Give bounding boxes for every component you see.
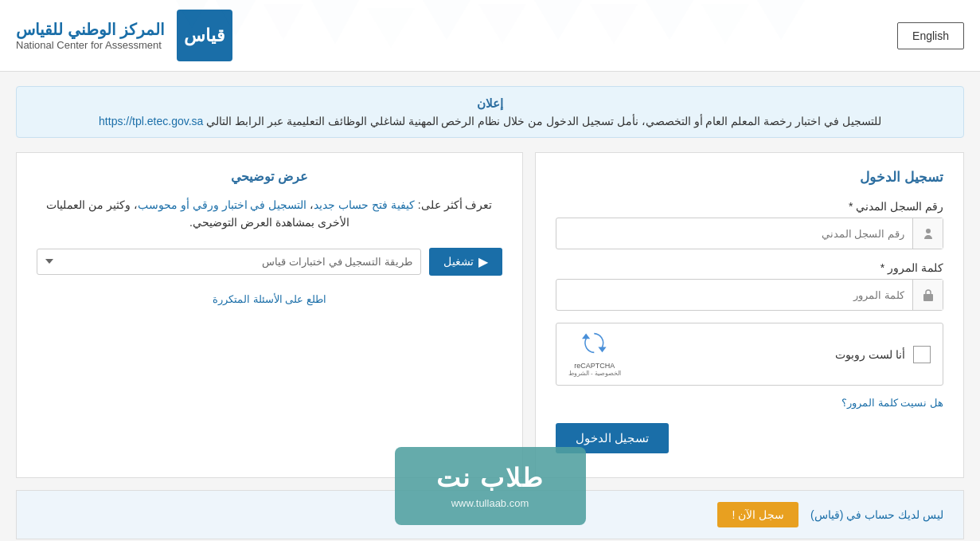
id-input[interactable]: [556, 221, 912, 246]
logo-icon: قياس: [177, 10, 232, 61]
password-input[interactable]: [556, 283, 912, 308]
demo-link-register[interactable]: التسجيل في اختبار ورقي أو محوسب: [138, 198, 306, 211]
demo-section: عرض توضيحي تعرف أكثر على: كيفية فتح حساب…: [16, 152, 523, 478]
decorative-shapes: [168, 0, 884, 72]
banner-title: إعلان: [33, 96, 947, 111]
id-input-wrapper: [556, 218, 943, 249]
logo-text: المركز الوطني للقياس National Center for…: [16, 20, 165, 51]
register-now-button[interactable]: سجل الآن !: [717, 502, 798, 527]
demo-selector-row: ▶ تشغيل طريقة التسجيل في اختبارات قياس ك…: [37, 248, 502, 276]
demo-link-account[interactable]: كيفية فتح حساب جديد: [314, 198, 415, 211]
logo-area: المركز الوطني للقياس National Center for…: [16, 10, 232, 61]
recaptcha-links: الخصوصية - الشروط: [568, 370, 621, 377]
login-title: تسجيل الدخول: [556, 169, 943, 186]
svg-marker-9: [646, 0, 693, 40]
id-field-group: رقم السجل المدني *: [556, 200, 943, 249]
svg-marker-7: [534, 0, 582, 40]
header: English المركز الوطني للقياس National Ce…: [0, 0, 980, 72]
password-label: كلمة المرور *: [556, 261, 943, 274]
watermark-overlay: طلاب نت www.tullaab.com: [395, 447, 586, 525]
forgot-password-link[interactable]: هل نسيت كلمة المرور؟: [841, 397, 943, 409]
recaptcha-text: reCAPTCHA: [568, 362, 621, 370]
login-section: تسجيل الدخول رقم السجل المدني * كلمة الم…: [535, 152, 964, 478]
captcha-label: أنا لست روبوت: [835, 348, 905, 361]
announcement-banner: إعلان للتسجيل في اختبار رخصة المعلم العا…: [16, 86, 964, 138]
banner-link[interactable]: https://tpl.etec.gov.sa: [99, 115, 203, 127]
register-bar-text[interactable]: ليس لديك حساب في (قياس): [810, 508, 943, 521]
svg-marker-6: [478, 4, 526, 44]
demo-title: عرض توضيحي: [37, 169, 502, 184]
watermark-url: www.tullaab.com: [419, 497, 562, 509]
svg-marker-11: [757, 0, 805, 40]
watermark-arabic-text: طلاب نت: [419, 463, 562, 493]
logo-english-subtitle: National Center for Assessment: [16, 39, 165, 51]
password-input-wrapper: [556, 279, 943, 311]
captcha-right: أنا لست روبوت: [835, 346, 931, 363]
svg-marker-3: [311, 0, 359, 44]
svg-marker-2: [264, 4, 303, 40]
id-label: رقم السجل المدني *: [556, 200, 943, 213]
banner-text: للتسجيل في اختبار رخصة المعلم العام أو ا…: [33, 115, 947, 127]
captcha-box: أنا لست روبوت reCAPTCHA الخصوصية - الشرو…: [556, 323, 943, 386]
svg-marker-5: [423, 0, 470, 40]
svg-rect-12: [923, 294, 933, 301]
svg-marker-10: [701, 4, 749, 44]
svg-marker-4: [367, 8, 415, 48]
forgot-password-link-wrapper: هل نسيت كلمة المرور؟: [556, 395, 943, 410]
recaptcha-logo: reCAPTCHA الخصوصية - الشروط: [568, 331, 621, 377]
faq-link-wrapper: اطلع على الأسئلة المتكررة: [37, 292, 502, 306]
logo-icon-text: قياس: [184, 25, 225, 46]
captcha-checkbox[interactable]: [913, 346, 931, 363]
play-button-label: تشغيل: [443, 255, 474, 268]
main-content: تسجيل الدخول رقم السجل المدني * كلمة الم…: [16, 152, 964, 478]
play-icon: ▶: [478, 254, 488, 269]
svg-marker-8: [590, 4, 638, 44]
faq-link[interactable]: اطلع على الأسئلة المتكررة: [213, 293, 326, 305]
demo-description: تعرف أكثر على: كيفية فتح حساب جديد، التس…: [37, 196, 502, 232]
login-btn-wrapper: تسجيل الدخول: [556, 419, 943, 453]
english-button[interactable]: English: [897, 22, 964, 49]
demo-select[interactable]: طريقة التسجيل في اختبارات قياس كيفية فتح…: [37, 249, 421, 275]
person-icon: [912, 218, 943, 249]
lock-icon: [912, 280, 943, 310]
play-button[interactable]: ▶ تشغيل: [429, 248, 502, 276]
banner-description: للتسجيل في اختبار رخصة المعلم العام أو ا…: [206, 115, 881, 127]
logo-arabic-title: المركز الوطني للقياس: [16, 20, 165, 39]
password-field-group: كلمة المرور *: [556, 261, 943, 311]
recaptcha-icon: [568, 331, 621, 362]
